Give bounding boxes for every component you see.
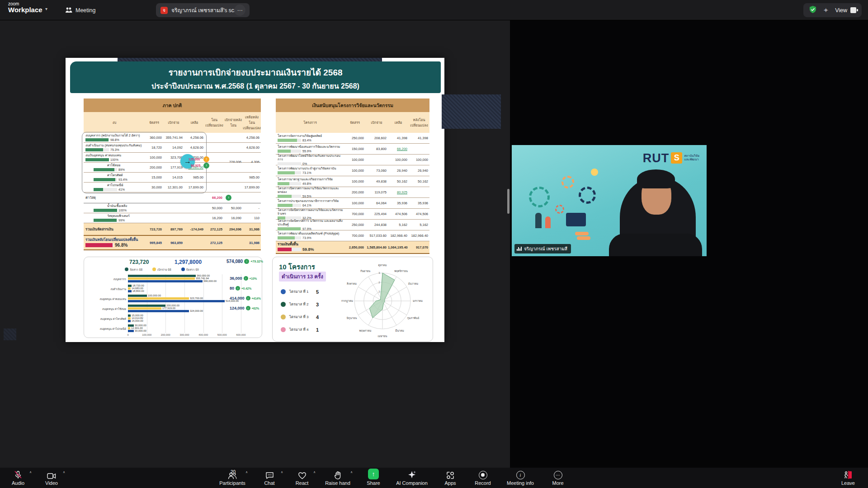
chevron-down-icon[interactable]: ▾ bbox=[45, 6, 47, 11]
stat-value: 124,000 bbox=[230, 306, 245, 310]
table-row: ค่าวัสดุ 66,200 ↑ bbox=[84, 192, 261, 203]
participant-name: จริญาภรณ์ เพชรสามสี bbox=[524, 245, 567, 252]
record-button[interactable]: Record bbox=[471, 468, 495, 488]
more-button[interactable]: ⋯ More bbox=[546, 468, 570, 488]
ruts-logo-thai: สถาบันวิจัย และพัฒนา bbox=[684, 154, 699, 161]
col-header: จัดสรร bbox=[344, 112, 365, 133]
x-tick: 500,000 bbox=[217, 333, 227, 336]
budget-table-columns: งบ จัดสรร เบิกจ่าย เหลือ โอน เปลี่ยนแปลง… bbox=[84, 112, 261, 133]
cell: 14,015 bbox=[163, 175, 184, 179]
col-header: เบิกจ่าย bbox=[365, 112, 388, 133]
video-button[interactable]: Video ∧ bbox=[40, 468, 63, 488]
security-shield-icon[interactable] bbox=[809, 5, 817, 15]
month-label: กรกฎาคม bbox=[341, 299, 353, 303]
meeting-toolbar: Audio ∧ Video ∧ Participants 20 ∧ Chat ∧ bbox=[0, 468, 868, 488]
ai-companion-icon bbox=[407, 470, 416, 479]
chevron-up-icon[interactable]: ∧ bbox=[281, 470, 283, 474]
category-label: งบอุดหนุน ค่าไปรษณีย์ bbox=[85, 327, 126, 331]
slide-title-line2: ประจำปีงบประมาณ พ.ศ.2568 (1 ตุลาคม 2567 … bbox=[70, 80, 441, 92]
row-label: โครงการนิทรรศการผลงานวิจัยนวัตกรรมและยกย… bbox=[278, 187, 344, 194]
chevron-up-icon[interactable]: ∧ bbox=[350, 470, 353, 474]
projects-radar-chart: 10 โครงการ ดำเนินการ 13 ครั้ง ไตรมาส ที่… bbox=[272, 257, 433, 342]
ai-companion-button[interactable]: AI Companion bbox=[394, 468, 429, 488]
col-header: เบิกจ่ายหลังโอน bbox=[224, 112, 243, 133]
legend-item: ไตรมาส ที่ 1 5 bbox=[281, 289, 308, 295]
budget-bar-chart: 723,720 1,297,8000 574,080 ↑ +79.32% จัด… bbox=[84, 257, 262, 338]
stat-change: +414% bbox=[252, 297, 261, 300]
legend-dot bbox=[281, 327, 286, 332]
cell: 250,000 bbox=[344, 223, 365, 227]
participants-button[interactable]: Participants 20 ∧ bbox=[216, 468, 249, 488]
participant-video-tile[interactable]: RUT S สถาบันวิจัย และพัฒนา bbox=[512, 145, 707, 256]
research-table-title: เงินสนับสนุนโครงการวิจัยและนวัตกรรม bbox=[276, 99, 429, 112]
cell: 17,699.00 bbox=[184, 185, 205, 189]
chevron-up-icon[interactable]: ∧ bbox=[29, 470, 32, 474]
share-scrollbar[interactable] bbox=[507, 189, 509, 214]
cell: 294,096 bbox=[224, 227, 243, 231]
cell: 16,090 bbox=[224, 216, 243, 220]
cell: 985.00 bbox=[243, 175, 261, 179]
meeting-info-button[interactable]: i Meeting info bbox=[504, 468, 537, 488]
cell: 700,000 bbox=[344, 212, 365, 216]
heart-icon bbox=[298, 470, 307, 479]
cell: 5,162 bbox=[409, 223, 429, 227]
cell: 26,940 bbox=[409, 169, 429, 173]
month-label: กุมภาพันธ์ bbox=[407, 316, 420, 320]
row-percent: 59.5% bbox=[302, 195, 311, 198]
col-header: เหลือหลังโอน เปลี่ยนแปลง bbox=[243, 112, 261, 133]
row-label: โครงการจัดการงานวิจัยสู่ผลลัพธ์ bbox=[278, 134, 344, 138]
cell: 150,000 bbox=[344, 147, 365, 151]
col-header: โอน เปลี่ยนแปลง bbox=[205, 112, 224, 133]
row-label: วัสดุคอมพิวเตอร์ bbox=[107, 214, 145, 218]
deco-block-small bbox=[4, 328, 16, 340]
chevron-up-icon[interactable]: ∧ bbox=[245, 470, 248, 474]
stat-change: +79.32% bbox=[250, 260, 263, 263]
cell: 80,925 bbox=[388, 190, 409, 194]
tab-meeting[interactable]: Meeting bbox=[61, 4, 99, 17]
category-label: งบอุดหนุน ค่าใช้สอย bbox=[85, 307, 126, 311]
raise-hand-button[interactable]: Raise hand ∧ bbox=[323, 468, 353, 488]
legend-label: ไตรมาส ที่ 2 bbox=[289, 301, 308, 307]
bar-value: 396,000.00 bbox=[203, 280, 217, 282]
participants-panel: RUT S สถาบันวิจัย และพัฒนา bbox=[510, 20, 868, 468]
chevron-up-icon[interactable]: ∧ bbox=[63, 470, 65, 474]
audio-button[interactable]: Audio ∧ bbox=[6, 468, 30, 488]
leave-button[interactable]: Leave bbox=[836, 468, 860, 488]
month-label: มีนาคม bbox=[395, 328, 404, 333]
cell: 100,000 bbox=[409, 158, 429, 162]
apps-button[interactable]: Apps bbox=[439, 468, 462, 488]
cell: 360,000 bbox=[145, 136, 163, 140]
col-header: จัดสรร bbox=[145, 112, 163, 133]
lightbulb-icon bbox=[591, 169, 598, 176]
ruts-thai-line1: สถาบันวิจัย bbox=[684, 154, 699, 157]
puzzle-shape bbox=[566, 213, 586, 226]
chevron-up-icon[interactable]: ∧ bbox=[313, 470, 316, 474]
ring-label: 1 bbox=[378, 290, 380, 293]
chat-button[interactable]: Chat ∧ bbox=[258, 468, 281, 488]
category-label: งบอุดหนุน ค่าตอบแทน bbox=[85, 297, 126, 301]
record-icon bbox=[479, 471, 487, 479]
ruts-logo-s: S bbox=[671, 152, 682, 164]
view-button[interactable]: View bbox=[835, 7, 856, 14]
cell: 100,000 bbox=[344, 179, 365, 183]
cell: 66,200 bbox=[205, 196, 224, 200]
table-row: โครงการประชุมกองบรรณาธิการวารสารวิจัย 64… bbox=[276, 198, 429, 209]
slide-title-banner: รายงานการเบิกจ่ายงบประมาณเงินรายได้ 2568… bbox=[70, 61, 441, 93]
legend-count: 1 bbox=[316, 327, 319, 333]
react-button[interactable]: React ∧ bbox=[290, 468, 314, 488]
chart-legend: จัดสรร 68 เบิกจ่าย 68 จัดสรร 69 bbox=[125, 267, 199, 272]
month-label: ธันวาคม bbox=[408, 282, 418, 286]
gear-icon bbox=[561, 176, 574, 188]
tab-options-icon[interactable]: ⋯ bbox=[234, 5, 245, 16]
bar-group: งบอุดหนุน ค่าไปรษณีย์ 30,000.00 12,301.0… bbox=[128, 324, 241, 333]
radar-title: 10 โครงการ bbox=[279, 262, 315, 272]
cell: 35,936 bbox=[409, 201, 429, 205]
mic-muted-icon bbox=[14, 470, 22, 479]
stat-change: +10% bbox=[250, 277, 257, 280]
cell: 182,966.40 bbox=[388, 234, 409, 238]
row-label: โครงการจัดนิทรรศการผลงานวิจัยและนวัตกรรม… bbox=[278, 208, 344, 216]
row-percent: 98.8% bbox=[110, 138, 119, 141]
share-button[interactable]: ↑ Share bbox=[362, 468, 385, 488]
ai-sparkle-icon[interactable]: ✦ bbox=[823, 6, 829, 14]
col-header: เหลือ bbox=[388, 112, 409, 133]
